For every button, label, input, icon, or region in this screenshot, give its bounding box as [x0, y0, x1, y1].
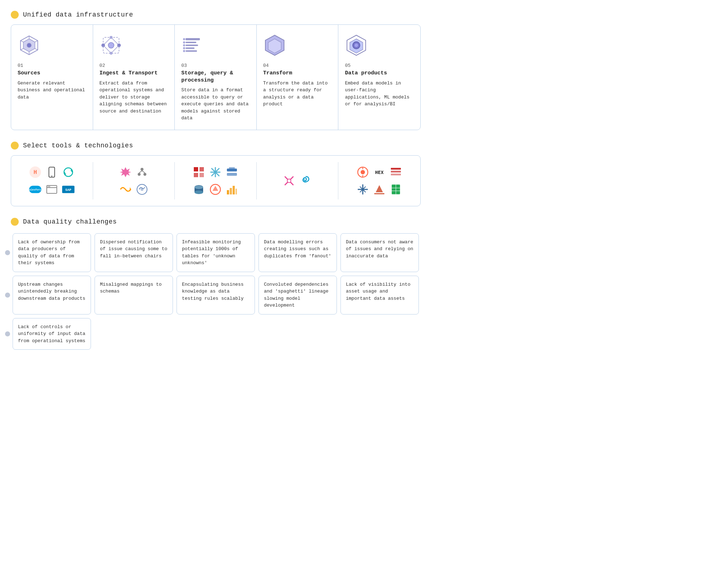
svg-rect-19: [186, 38, 200, 40]
svg-marker-75: [212, 186, 218, 191]
salesforce-icon: salesforce: [29, 183, 42, 196]
svg-line-8: [20, 41, 23, 42]
svg-rect-69: [229, 167, 235, 169]
infra-cell-transform: 04 Transform Transform the data into a s…: [257, 25, 339, 130]
storage-desc: Store data in a format accessible to que…: [181, 87, 250, 122]
aws-kinesis-icon: [119, 183, 132, 196]
transform-title: Transform: [263, 70, 332, 77]
products-desc: Embed data models in user-facing applica…: [345, 80, 414, 108]
svg-point-14: [108, 42, 114, 48]
infra-cell-products: 05 Data products Embed data models in us…: [338, 25, 420, 130]
products-icon: [345, 33, 414, 58]
svg-text:salesforce: salesforce: [29, 188, 42, 191]
ingest-num: 02: [100, 63, 168, 68]
svg-point-47: [49, 186, 50, 187]
metabase-icon: [373, 183, 386, 196]
dbt-icon: [209, 183, 222, 196]
window-icon: [45, 183, 58, 196]
tools-grid: H: [11, 155, 421, 206]
svg-text:H: H: [33, 169, 37, 176]
postgres-icon: [192, 183, 205, 196]
sources-num: 01: [18, 63, 86, 68]
svg-rect-23: [186, 50, 197, 52]
transform-icon: [263, 33, 332, 58]
tools-row-products-1: HEX: [356, 166, 402, 179]
quality-cell-3-1: Lack of controls or uniformity of input …: [13, 318, 91, 350]
sources-title: Sources: [18, 70, 86, 77]
tools-group-storage: [175, 162, 257, 199]
infra-cell-ingest: 02 Ingest & Transport Extract data from …: [93, 25, 175, 130]
products-title: Data products: [345, 70, 414, 77]
svg-rect-91: [391, 174, 401, 175]
swirl-icon: [299, 174, 312, 187]
svg-point-24: [183, 38, 185, 40]
svg-rect-21: [186, 45, 198, 46]
svg-point-85: [361, 170, 365, 174]
ingest-title: Ingest & Transport: [100, 70, 168, 77]
quality-cell-1-3: Infeasible monitoring potentially 1000s …: [177, 233, 255, 272]
svg-rect-59: [200, 167, 204, 171]
quality-header: Data quality challenges: [11, 218, 421, 226]
infra-title: Unified data infrastructure: [23, 11, 133, 18]
quality-cell-1-2: Dispersed notification of issue causing …: [95, 233, 173, 272]
svg-line-53: [139, 171, 142, 173]
svg-point-15: [101, 43, 105, 47]
infra-section: Unified data infrastructure 01 Sources: [11, 11, 421, 130]
quality-cell-3-empty: [95, 318, 173, 350]
quality-cell-2-3: Encapsulating business knowledge as data…: [177, 276, 255, 314]
tools-row-storage-1: [192, 166, 238, 179]
svg-rect-22: [186, 47, 195, 49]
tools-group-products: HEX: [338, 162, 420, 199]
circle-tool-icon: [356, 166, 369, 179]
infra-grid: 01 Sources Generate relevant business an…: [11, 24, 421, 130]
svg-rect-76: [227, 190, 229, 194]
transform-desc: Transform the data into a structure read…: [263, 80, 332, 108]
svg-rect-61: [200, 173, 204, 177]
storage-title: Storage, query & processing: [181, 70, 250, 84]
svg-rect-89: [391, 168, 401, 170]
svg-point-17: [110, 36, 113, 39]
svg-rect-99: [392, 184, 397, 194]
svg-rect-96: [361, 188, 364, 191]
svg-rect-68: [227, 173, 237, 176]
infra-dot: [11, 11, 19, 19]
svg-rect-79: [236, 189, 237, 194]
quality-cell-3-empty3: [259, 318, 337, 350]
circle-arrows-icon: [62, 166, 75, 179]
sources-icon: [18, 33, 86, 58]
products-num: 05: [345, 63, 414, 68]
svg-point-25: [183, 41, 185, 43]
svg-point-18: [110, 52, 113, 55]
svg-marker-55: [130, 187, 131, 192]
tools-row-ingest-1: [119, 166, 148, 179]
quality-cell-2-4: Convoluted dependencies and 'spaghetti' …: [259, 276, 337, 314]
quality-cell-1-4: Data modelling errors creating issues su…: [259, 233, 337, 272]
tools-row-1: H: [29, 166, 75, 179]
svg-line-5: [35, 49, 38, 50]
svg-point-2: [27, 43, 31, 47]
svg-line-4: [35, 41, 38, 42]
quality-section: Data quality challenges Lack of ownershi…: [11, 218, 421, 352]
svg-point-34: [355, 43, 358, 47]
databricks-icon: [225, 183, 238, 196]
quality-cell-1-5: Data consumers not aware of issues and r…: [340, 233, 419, 272]
tools-group-transform: [257, 162, 339, 199]
tools-row-ingest-2: [119, 183, 148, 196]
svg-point-83: [303, 178, 305, 180]
sap-icon: SAP: [62, 183, 75, 196]
mobile-icon: [45, 166, 58, 179]
tools-row-2: salesforce SAP: [29, 183, 75, 196]
svg-text:SAP: SAP: [65, 188, 72, 192]
svg-rect-58: [194, 167, 198, 171]
layers-icon: [389, 166, 402, 179]
quality-dot: [11, 218, 19, 226]
svg-rect-60: [194, 173, 198, 177]
svg-rect-78: [233, 186, 235, 194]
svg-rect-77: [230, 188, 232, 194]
redshift-icon: [225, 166, 238, 179]
svg-text:HEX: HEX: [375, 169, 384, 175]
quality-grid: Lack of ownership from data producers of…: [11, 231, 421, 352]
snowflake-icon: [209, 166, 222, 179]
fivetran-icon: [119, 166, 132, 179]
svg-point-46: [48, 186, 49, 187]
